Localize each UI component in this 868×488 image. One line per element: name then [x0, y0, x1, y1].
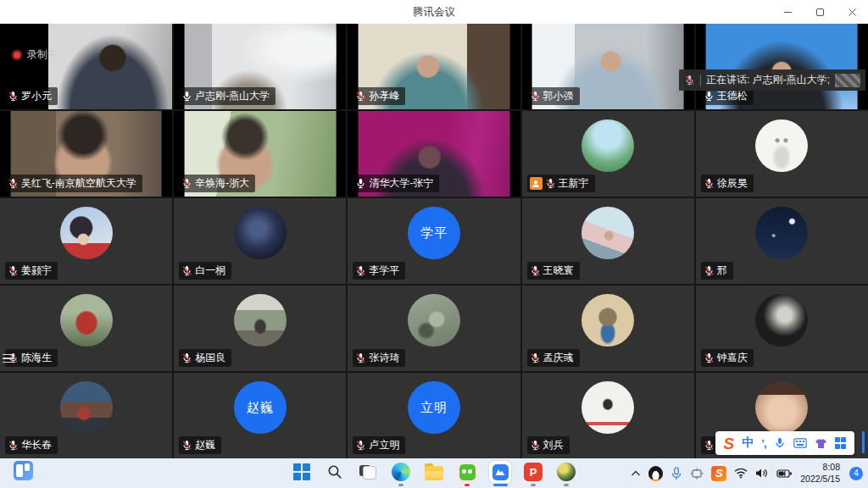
- participant-tile[interactable]: 华长春: [0, 373, 172, 458]
- ime-menu-icon[interactable]: [835, 437, 847, 449]
- participant-tile[interactable]: 王晓寰: [522, 198, 694, 284]
- participant-name: 刘兵: [543, 438, 564, 452]
- clock-date: 2022/5/15: [800, 474, 840, 485]
- participant-tile[interactable]: 钟嘉庆: [696, 286, 868, 371]
- participant-avatar: [234, 207, 287, 259]
- participant-name: 郭小强: [543, 89, 574, 103]
- participant-avatar: [408, 294, 460, 347]
- text-cursor-icon: [862, 431, 865, 453]
- mic-muted-icon: [181, 352, 192, 363]
- mic-muted-icon: [530, 265, 541, 276]
- folder-icon: [425, 466, 443, 480]
- tray-battery-button[interactable]: [776, 469, 793, 479]
- speaking-tooltip-text: 正在讲话: 卢志刚-燕山大学;: [706, 73, 830, 87]
- participant-nameplate: 杨国良: [179, 349, 231, 367]
- tencent-meeting-app[interactable]: [487, 462, 513, 487]
- task-view-icon: [359, 464, 376, 480]
- edge-app[interactable]: [388, 462, 414, 487]
- tray-qq-button[interactable]: [648, 466, 663, 481]
- participant-nameplate: 卢立明: [353, 436, 405, 454]
- search-button[interactable]: [322, 462, 348, 487]
- widgets-button[interactable]: [10, 461, 36, 486]
- participant-tile[interactable]: 徐辰昊: [696, 111, 868, 197]
- mic-muted-icon: [8, 265, 19, 276]
- sogou-logo-icon[interactable]: S: [724, 435, 735, 452]
- participant-tile[interactable]: 罗小元: [0, 24, 172, 109]
- tray-chevron-button[interactable]: [631, 470, 641, 477]
- remote-desktop-icon: [690, 468, 704, 480]
- recording-dot-icon: [14, 52, 20, 58]
- title-bar: 腾讯会议: [0, 0, 868, 24]
- participant-name: 张诗琦: [369, 351, 399, 365]
- participant-name: 清华大学-张宁: [369, 176, 433, 191]
- sidebar-toggle[interactable]: [3, 350, 16, 367]
- mic-muted-icon: [684, 75, 695, 86]
- ime-voice-icon[interactable]: [774, 437, 786, 449]
- participant-tile[interactable]: 王德松: [696, 24, 868, 109]
- participant-tile[interactable]: 姜颢宇: [0, 198, 172, 284]
- misc-app[interactable]: [554, 462, 579, 487]
- tray-microphone-button[interactable]: [670, 467, 682, 480]
- participant-tile[interactable]: 孟庆彧: [522, 286, 694, 371]
- notification-badge[interactable]: 4: [849, 467, 863, 480]
- taskbar-center: P: [289, 459, 579, 487]
- participant-tile[interactable]: 杨国良: [174, 286, 346, 371]
- task-view-button[interactable]: [355, 462, 381, 487]
- start-button[interactable]: [289, 462, 314, 487]
- taskbar-clock[interactable]: 8:08 2022/5/15: [800, 462, 840, 484]
- ime-skin-icon[interactable]: [815, 438, 827, 449]
- wechat-icon: [459, 464, 476, 480]
- tray-wifi-button[interactable]: [734, 468, 748, 479]
- participant-tile[interactable]: 辛焕海-浙大: [174, 111, 346, 197]
- mic-muted-icon: [704, 440, 715, 451]
- participant-nameplate: 辛焕海-浙大: [179, 175, 255, 192]
- tray-remote-button[interactable]: [690, 468, 704, 480]
- speaking-tooltip: 正在讲话: 卢志刚-燕山大学;: [679, 69, 865, 91]
- ime-language-toggle[interactable]: 中: [742, 435, 754, 451]
- participant-nameplate: 王新宇: [527, 175, 595, 192]
- participant-nameplate: 罗小元: [5, 87, 58, 105]
- participant-tile[interactable]: 清华大学-张宁: [348, 111, 520, 197]
- participant-tile[interactable]: 孙孝峰: [348, 24, 520, 109]
- mic-on-icon: [181, 91, 192, 102]
- search-icon: [327, 464, 342, 480]
- ime-keyboard-icon[interactable]: [793, 438, 807, 448]
- taskbar: P: [0, 458, 868, 488]
- tray-volume-button[interactable]: [755, 468, 769, 479]
- sogou-tray-icon: S: [711, 466, 726, 481]
- participant-tile[interactable]: 张诗琦: [348, 286, 520, 371]
- file-explorer-app[interactable]: [421, 462, 447, 487]
- tray-sogou-button[interactable]: S: [711, 466, 726, 481]
- participant-nameplate: 刘兵: [527, 436, 570, 454]
- participant-nameplate: 白一桐: [179, 262, 231, 280]
- participant-name: 王新宇: [559, 176, 589, 191]
- participant-tile[interactable]: 学平 李学平: [348, 198, 520, 284]
- mic-muted-icon: [8, 178, 19, 189]
- wifi-icon: [734, 468, 748, 479]
- participant-tile[interactable]: 卢志刚-燕山大学: [174, 24, 346, 109]
- mic-muted-icon: [181, 178, 192, 189]
- avatar-initials: 赵巍: [247, 400, 274, 416]
- mic-muted-icon: [181, 265, 192, 276]
- participant-tile[interactable]: 邢: [696, 198, 868, 284]
- participant-name: 杨国良: [195, 351, 225, 365]
- participant-avatar: [581, 294, 634, 347]
- participant-tile[interactable]: 刘兵: [522, 373, 694, 458]
- participant-tile[interactable]: 王新宇: [522, 111, 694, 197]
- blurred-name-block: [835, 74, 860, 87]
- participant-tile[interactable]: 郭小强: [522, 24, 694, 109]
- participant-tile[interactable]: 立明 卢立明: [348, 373, 520, 458]
- participant-nameplate: 郭小强: [527, 87, 580, 105]
- participant-tile[interactable]: 陈海生: [0, 286, 172, 371]
- participant-tile[interactable]: 赵巍 赵巍: [174, 373, 346, 458]
- participant-avatar: 立明: [408, 381, 460, 434]
- participant-name: 白一桐: [195, 263, 225, 278]
- participant-tile[interactable]: 吴红飞-南京航空航天大学: [0, 111, 172, 197]
- participant-avatar: [755, 294, 808, 347]
- participant-name: 姜颢宇: [21, 263, 52, 278]
- participant-tile[interactable]: 白一桐: [174, 198, 346, 284]
- participant-name: 陈海生: [21, 351, 52, 365]
- wechat-app[interactable]: [454, 462, 480, 487]
- p-red-app[interactable]: P: [520, 462, 546, 487]
- ime-punctuation-toggle[interactable]: ’,: [761, 437, 765, 450]
